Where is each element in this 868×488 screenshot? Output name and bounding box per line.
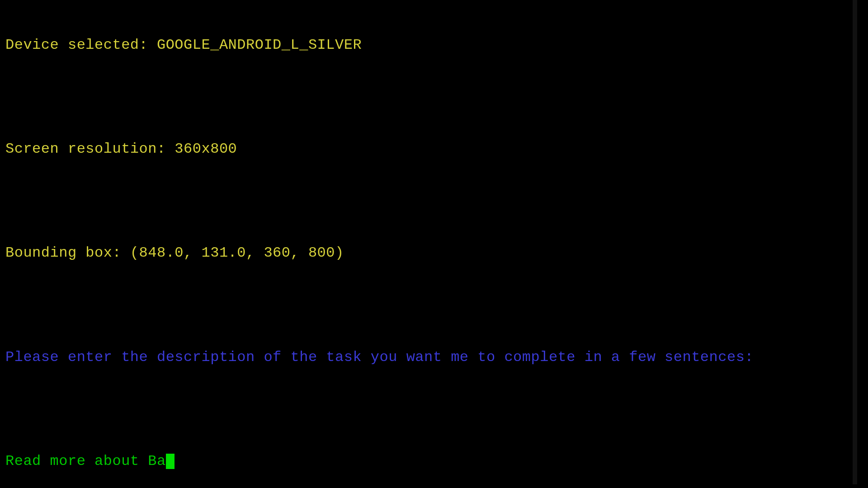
scrollbar-gutter — [853, 0, 857, 484]
screen-resolution-line: Screen resolution: 360x800 — [5, 141, 852, 158]
blank-line — [5, 297, 852, 314]
device-selected-line: Device selected: GOOGLE_ANDROID_L_SILVER — [5, 37, 852, 54]
cursor-icon — [166, 454, 175, 469]
blank-line — [5, 192, 852, 210]
bounding-box-line: Bounding box: (848.0, 131.0, 360, 800) — [5, 244, 852, 262]
user-input-line[interactable]: Read more about Ba — [5, 453, 852, 470]
blank-line — [5, 401, 852, 418]
task-prompt-line: Please enter the description of the task… — [5, 349, 852, 366]
user-input-text[interactable]: Read more about Ba — [5, 453, 166, 470]
terminal-output[interactable]: Device selected: GOOGLE_ANDROID_L_SILVER… — [0, 0, 857, 484]
blank-line — [5, 89, 852, 106]
